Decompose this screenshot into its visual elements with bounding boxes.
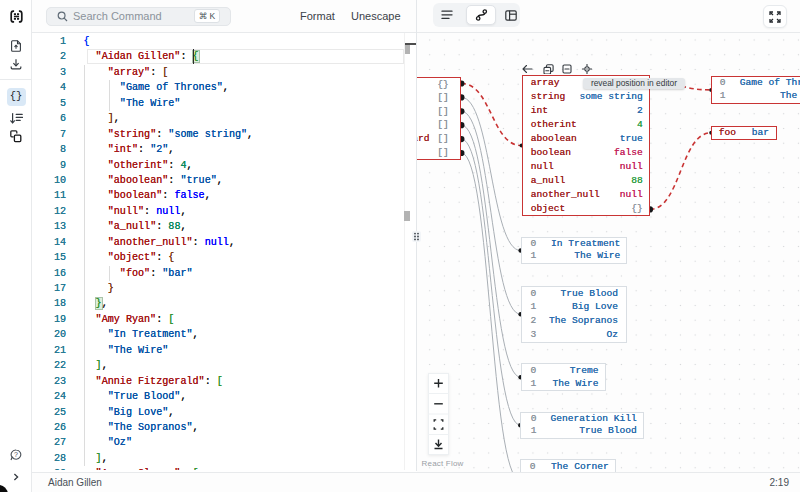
svg-text:?: ? [14, 451, 18, 458]
